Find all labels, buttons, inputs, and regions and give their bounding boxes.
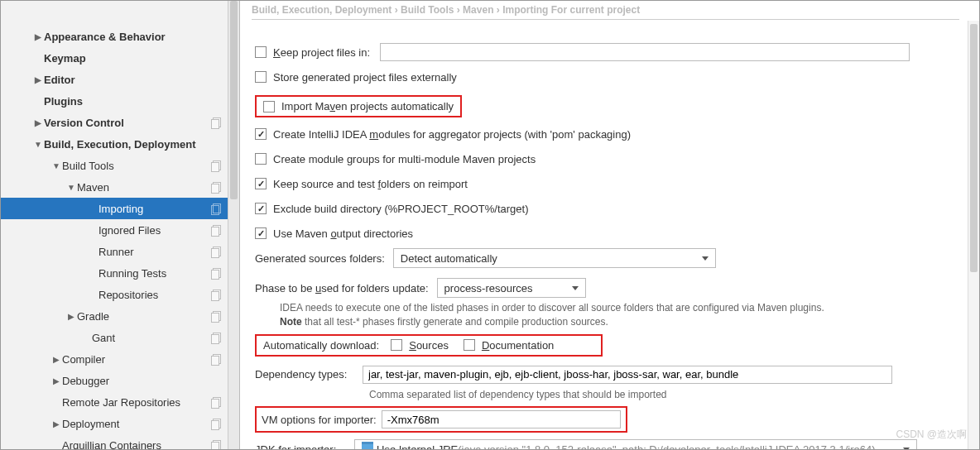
tree-item-label: Gant bbox=[92, 332, 115, 344]
tree-item-repositories[interactable]: Repositories bbox=[1, 284, 239, 305]
keep-source-label: Keep source and test folders on reimport bbox=[273, 178, 468, 190]
tree-item-runner[interactable]: Runner bbox=[1, 241, 239, 262]
tree-item-label: Ignored Files bbox=[98, 224, 161, 237]
expand-arrow-icon[interactable]: ▶ bbox=[50, 376, 62, 385]
project-scope-icon bbox=[211, 160, 221, 170]
tree-item-debugger[interactable]: ▶Debugger bbox=[1, 370, 239, 391]
project-scope-icon bbox=[211, 225, 221, 235]
documentation-label: Documentation bbox=[482, 339, 554, 352]
phase-select[interactable]: process-resources bbox=[437, 278, 586, 298]
jdk-importer-label: JDK for importer: bbox=[255, 443, 354, 449]
keep-source-checkbox[interactable] bbox=[255, 178, 267, 189]
settings-sidebar: ▶Appearance & BehaviorKeymap▶EditorPlugi… bbox=[1, 1, 240, 449]
tree-item-label: Version Control bbox=[44, 117, 124, 129]
dependency-types-hint: Comma separated list of dependency types… bbox=[369, 388, 951, 402]
jdk-importer-select[interactable]: Use Internal JRE (java version "1.8.0_15… bbox=[354, 439, 917, 449]
expand-arrow-icon[interactable]: ▶ bbox=[32, 32, 44, 41]
project-scope-icon bbox=[211, 290, 221, 299]
tree-item-label: Arquillian Containers bbox=[62, 439, 161, 450]
tree-item-label: Deployment bbox=[62, 418, 119, 430]
tree-item-gant[interactable]: Gant bbox=[1, 327, 239, 348]
expand-arrow-icon[interactable]: ▼ bbox=[65, 183, 77, 192]
create-modules-label: Create IntelliJ IDEA modules for aggrega… bbox=[273, 128, 631, 141]
phase-hint: IDEA needs to execute one of the listed … bbox=[280, 301, 951, 329]
sidebar-scrollbar[interactable] bbox=[228, 1, 239, 449]
generated-sources-label: Generated sources folders: bbox=[255, 252, 385, 265]
expand-arrow-icon[interactable]: ▼ bbox=[32, 140, 44, 149]
tree-item-label: Editor bbox=[44, 74, 75, 86]
project-scope-icon bbox=[211, 440, 221, 449]
use-output-checkbox[interactable] bbox=[255, 227, 267, 239]
settings-tree: ▶Appearance & BehaviorKeymap▶EditorPlugi… bbox=[1, 26, 239, 449]
store-external-label: Store generated project files externally bbox=[273, 71, 457, 84]
use-output-label: Use Maven output directories bbox=[273, 227, 413, 240]
tree-item-label: Runner bbox=[98, 246, 134, 258]
tree-item-running-tests[interactable]: Running Tests bbox=[1, 262, 239, 284]
expand-arrow-icon[interactable]: ▶ bbox=[50, 419, 62, 428]
project-scope-icon bbox=[211, 117, 221, 127]
tree-item-label: Running Tests bbox=[98, 267, 166, 280]
tree-item-label: Plugins bbox=[44, 95, 83, 108]
tree-item-label: Gradle bbox=[77, 310, 109, 323]
tree-item-plugins[interactable]: Plugins bbox=[1, 90, 239, 112]
project-scope-icon bbox=[211, 333, 221, 342]
project-scope-icon bbox=[211, 354, 221, 364]
main-scrollbar[interactable] bbox=[968, 21, 979, 449]
expand-arrow-icon[interactable]: ▼ bbox=[50, 161, 62, 170]
settings-main-panel: Build, Execution, Deployment › Build Too… bbox=[240, 1, 979, 449]
create-modules-checkbox[interactable] bbox=[255, 128, 267, 140]
dependency-types-label: Dependency types: bbox=[255, 368, 363, 381]
tree-item-label: Appearance & Behavior bbox=[44, 31, 166, 43]
expand-arrow-icon[interactable]: ▶ bbox=[50, 355, 62, 364]
sources-label: Sources bbox=[409, 339, 449, 352]
keep-files-checkbox[interactable] bbox=[255, 46, 267, 58]
project-scope-icon bbox=[211, 268, 221, 278]
expand-arrow-icon[interactable]: ▶ bbox=[32, 118, 44, 127]
import-auto-checkbox[interactable] bbox=[263, 101, 275, 112]
vm-options-input[interactable] bbox=[382, 410, 621, 428]
keep-files-label: eep project files in: bbox=[281, 46, 370, 59]
tree-item-version-control[interactable]: ▶Version Control bbox=[1, 112, 239, 133]
tree-item-compiler[interactable]: ▶Compiler bbox=[1, 348, 239, 370]
tree-item-label: Build Tools bbox=[62, 160, 114, 172]
project-scope-icon bbox=[211, 419, 221, 428]
tree-item-label: Debugger bbox=[62, 375, 109, 387]
tree-item-importing[interactable]: Importing bbox=[1, 198, 239, 219]
tree-item-build-tools[interactable]: ▼Build Tools bbox=[1, 155, 239, 176]
tree-item-gradle[interactable]: ▶Gradle bbox=[1, 305, 239, 327]
project-scope-icon bbox=[211, 203, 221, 213]
exclude-build-label: Exclude build directory (%PROJECT_ROOT%/… bbox=[273, 203, 528, 215]
create-groups-checkbox[interactable] bbox=[255, 153, 267, 165]
import-auto-label: Import Maven projects automatically bbox=[281, 100, 454, 112]
jdk-icon bbox=[362, 444, 373, 449]
project-scope-icon bbox=[211, 182, 221, 192]
tree-item-label: Remote Jar Repositories bbox=[62, 396, 180, 409]
tree-item-build-execution-deployment[interactable]: ▼Build, Execution, Deployment bbox=[1, 133, 239, 155]
project-scope-icon bbox=[211, 311, 221, 321]
tree-item-appearance-behavior[interactable]: ▶Appearance & Behavior bbox=[1, 26, 239, 47]
expand-arrow-icon[interactable]: ▶ bbox=[32, 75, 44, 84]
tree-item-ignored-files[interactable]: Ignored Files bbox=[1, 219, 239, 241]
store-external-checkbox[interactable] bbox=[255, 71, 267, 83]
tree-item-maven[interactable]: ▼Maven bbox=[1, 176, 239, 198]
tree-item-arquillian-containers[interactable]: Arquillian Containers bbox=[1, 434, 239, 449]
exclude-build-checkbox[interactable] bbox=[255, 203, 267, 214]
tree-item-label: Maven bbox=[77, 181, 109, 194]
tree-item-keymap[interactable]: Keymap bbox=[1, 47, 239, 69]
sources-checkbox[interactable] bbox=[391, 339, 402, 351]
breadcrumb: Build, Execution, Deployment › Build Too… bbox=[252, 4, 946, 17]
create-groups-label: Create module groups for multi-module Ma… bbox=[273, 153, 536, 165]
generated-sources-select[interactable]: Detect automatically bbox=[393, 248, 716, 268]
vm-options-label: VM options for importer: bbox=[262, 414, 377, 426]
watermark: CSDN @造次啊 bbox=[896, 428, 967, 442]
keep-files-path-input[interactable] bbox=[380, 43, 910, 61]
tree-item-label: Compiler bbox=[62, 353, 105, 366]
expand-arrow-icon[interactable]: ▶ bbox=[65, 312, 77, 321]
documentation-checkbox[interactable] bbox=[464, 339, 475, 351]
tree-item-deployment[interactable]: ▶Deployment bbox=[1, 413, 239, 434]
tree-item-editor[interactable]: ▶Editor bbox=[1, 69, 239, 90]
tree-item-remote-jar-repositories[interactable]: Remote Jar Repositories bbox=[1, 391, 239, 413]
dependency-types-input[interactable] bbox=[363, 366, 892, 384]
phase-label: Phase to be used for folders update: bbox=[255, 282, 429, 294]
tree-item-label: Repositories bbox=[98, 289, 158, 301]
